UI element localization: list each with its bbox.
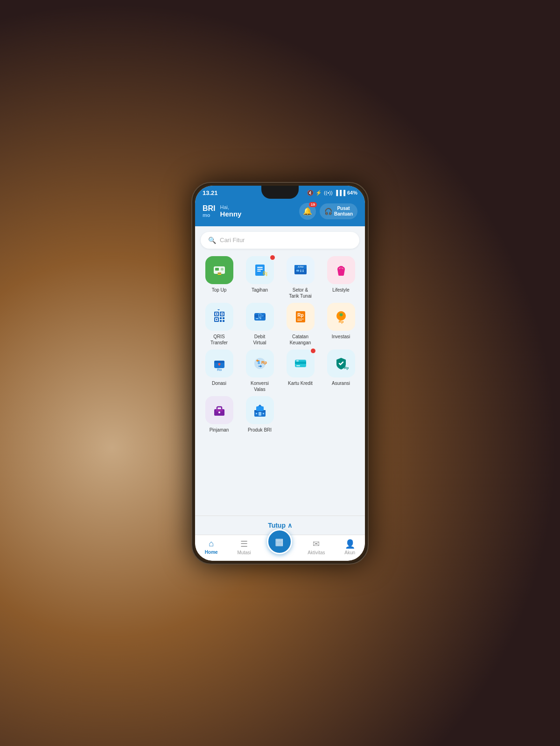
asuransi-label: Asuransi	[332, 380, 350, 386]
catatan-icon-wrap: Rp	[287, 303, 315, 331]
feature-item-setor-tarik[interactable]: ATM Setor &Tarik Tunai	[282, 256, 319, 299]
donasi-label: Donasi	[212, 380, 226, 386]
akun-nav-label: Akun	[344, 550, 355, 555]
greeting-name: Henny	[220, 210, 242, 218]
feature-item-top-up[interactable]: 💳 Top Up	[201, 256, 238, 299]
svg-point-2	[221, 268, 224, 271]
feature-item-pinjaman[interactable]: Pinjaman	[201, 396, 238, 433]
signal-icon: ▐▐▐	[335, 190, 345, 195]
svg-rect-63	[256, 413, 257, 414]
battery-indicator: 64%	[347, 190, 357, 195]
feature-item-debit-virtual[interactable]: DebitVirtual	[241, 303, 278, 346]
status-icons-right: 🔇 ⚡ ((•)) ▐▐▐ 64%	[307, 190, 357, 196]
svg-rect-53	[296, 360, 299, 362]
svg-rect-61	[256, 406, 264, 411]
notification-button[interactable]: 🔔 19	[299, 203, 316, 220]
catatan-keuangan-label: CatatanKeuangan	[290, 334, 311, 346]
nav-item-home[interactable]: ⌂ Home	[201, 538, 222, 556]
feature-item-donasi[interactable]: Rp Donasi	[201, 349, 238, 392]
setor-tarik-icon-wrap: ATM	[287, 256, 315, 284]
phone-notch	[261, 186, 299, 199]
feature-item-produk-bri[interactable]: Produk BRI	[241, 396, 278, 433]
pinjaman-icon	[212, 403, 227, 418]
donasi-icon-wrap: Rp	[205, 349, 233, 377]
tagihan-icon-wrap: Rp	[246, 256, 274, 284]
aktivitas-icon: ✉	[313, 539, 320, 549]
greeting-hai: Hai,	[220, 204, 242, 210]
search-placeholder-text: Cari Fitur	[220, 237, 245, 244]
phone-frame: 13.21 🔇 ⚡ ((•)) ▐▐▐ 64% BRI mo	[191, 182, 369, 565]
akun-icon: 👤	[345, 539, 355, 549]
svg-rect-26	[216, 319, 217, 320]
produk-bri-icon	[252, 403, 267, 418]
feature-item-catatan-keuangan[interactable]: Rp CatatanKeuangan	[282, 303, 319, 346]
features-grid: 💳 Top Up	[201, 256, 359, 433]
atm-icon: ATM	[293, 262, 308, 278]
svg-rect-40	[297, 319, 304, 320]
header-right: 🔔 19 🎧 PusatBantuan	[299, 203, 357, 220]
svg-rect-13	[302, 270, 304, 271]
svg-text:Rp: Rp	[344, 366, 349, 370]
donasi-icon: Rp	[212, 356, 227, 371]
svg-rect-41	[297, 320, 302, 321]
feature-item-tagihan[interactable]: Rp Tagihan	[241, 256, 278, 299]
konversi-icon-wrap: $ Rp	[246, 349, 274, 377]
svg-rect-7	[257, 271, 261, 272]
svg-text:💳: 💳	[217, 272, 221, 276]
status-time: 13.21	[203, 189, 218, 196]
feature-item-investasi[interactable]: Rp Investasi	[322, 303, 359, 346]
svg-rect-52	[296, 365, 300, 366]
feature-item-konversi-valas[interactable]: $ Rp KonversiValas	[241, 349, 278, 392]
search-bar[interactable]: 🔍 Cari Fitur	[201, 232, 359, 249]
help-button[interactable]: 🎧 PusatBantuan	[320, 203, 357, 219]
help-label: PusatBantuan	[334, 206, 353, 217]
bottom-navigation: ⌂ Home ☰ Mutasi ▦ ✉ Aktivitas 👤 Akun	[195, 535, 365, 561]
app-header: BRI mo Hai, Henny 🔔 19 🎧 Pusat	[195, 198, 365, 226]
svg-point-17	[339, 266, 343, 268]
tutup-label: Tutup	[268, 522, 286, 529]
svg-rect-45	[214, 361, 224, 363]
svg-point-35	[262, 315, 264, 317]
konversi-icon: $ Rp	[252, 356, 267, 371]
tutup-chevron-icon: ∧	[287, 522, 292, 529]
svg-rect-37	[259, 314, 260, 317]
search-icon: 🔍	[208, 237, 216, 244]
feature-item-lifestyle[interactable]: Lifestyle	[322, 256, 359, 299]
svg-rect-62	[259, 412, 261, 416]
header-left: BRI mo Hai, Henny	[203, 204, 241, 218]
svg-text:Rp: Rp	[263, 271, 267, 276]
mutasi-nav-label: Mutasi	[237, 550, 251, 555]
bell-icon: 🔔	[303, 207, 312, 216]
qris-center-button[interactable]: ▦	[267, 529, 292, 554]
lifestyle-label: Lifestyle	[332, 287, 350, 293]
investasi-icon: Rp	[334, 309, 349, 324]
svg-rect-12	[300, 270, 301, 271]
bri-logo: BRI mo	[203, 205, 216, 218]
top-up-label: Top Up	[212, 287, 227, 293]
nav-item-aktivitas[interactable]: ✉ Aktivitas	[304, 538, 329, 556]
catatan-icon: Rp	[293, 309, 308, 324]
feature-item-kartu-kredit[interactable]: Kartu Kredit	[282, 349, 319, 392]
kartu-kredit-icon	[293, 356, 308, 371]
headphone-icon: 🎧	[324, 208, 332, 215]
phone-inner: 13.21 🔇 ⚡ ((•)) ▐▐▐ 64% BRI mo	[195, 186, 365, 561]
investasi-icon-wrap: Rp	[327, 303, 355, 331]
svg-rect-28	[223, 317, 224, 319]
feature-item-asuransi[interactable]: Rp Asuransi	[322, 349, 359, 392]
mutasi-icon: ☰	[240, 539, 248, 549]
nav-item-mutasi[interactable]: ☰ Mutasi	[233, 538, 254, 556]
svg-rect-5	[257, 267, 263, 268]
svg-rect-57	[216, 409, 223, 411]
top-up-icon: 💳	[212, 263, 227, 278]
svg-rect-11	[296, 270, 299, 272]
nav-item-akun[interactable]: 👤 Akun	[341, 538, 359, 556]
debit-virtual-icon	[252, 309, 267, 324]
feature-item-qris-transfer[interactable]: QRISTransfer	[201, 303, 238, 346]
svg-rect-15	[302, 271, 304, 272]
qris-transfer-icon-wrap	[205, 303, 233, 331]
bri-brand-text: BRI	[203, 205, 216, 212]
produk-bri-label: Produk BRI	[248, 427, 272, 433]
debit-virtual-label: DebitVirtual	[253, 334, 266, 346]
lifestyle-icon	[334, 263, 349, 278]
svg-point-58	[218, 411, 220, 413]
